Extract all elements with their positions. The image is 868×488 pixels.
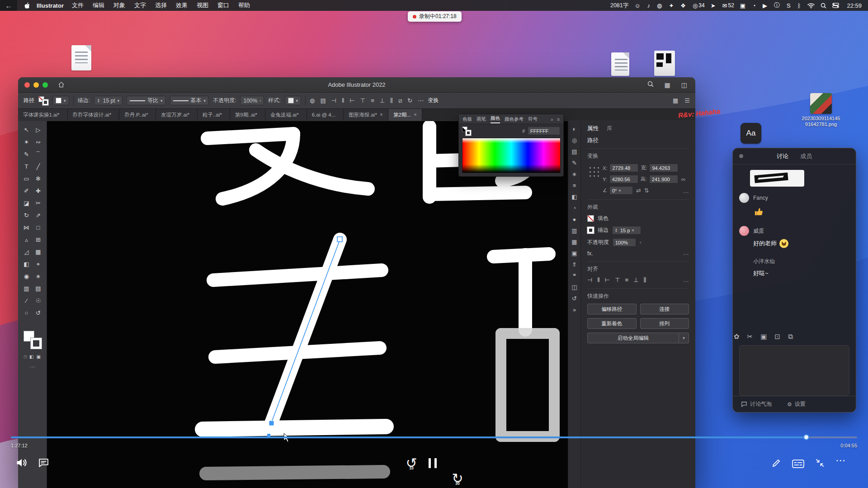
start-global-edit-button[interactable]: 启动全局编辑 xyxy=(587,333,679,343)
screen-share-icon[interactable]: ⊡ xyxy=(774,333,780,341)
pause-button[interactable] xyxy=(429,458,437,468)
mesh-tool[interactable]: ▦ xyxy=(33,246,44,258)
blend-tool[interactable]: ◉ xyxy=(21,270,33,282)
menubar-menu[interactable]: 编辑 xyxy=(93,1,104,9)
control-center-icon[interactable] xyxy=(832,3,839,8)
distribute-icon[interactable]: ⫼ xyxy=(643,277,646,284)
align-bottom-icon[interactable]: ⊥ xyxy=(633,277,638,284)
height-field[interactable]: 241.900 xyxy=(649,175,678,183)
curvature-tool[interactable]: ⌒ xyxy=(33,148,44,160)
document-setup-icon[interactable]: ▤ xyxy=(320,97,326,104)
emoji-status-icon[interactable]: ☺ xyxy=(634,1,641,9)
effects-label[interactable]: fx. xyxy=(587,250,593,257)
transform-more-options[interactable]: ⋯ xyxy=(683,189,689,196)
document-tab[interactable]: 第9期..ai* xyxy=(230,109,265,121)
global-edit-options-chevron[interactable]: ▾ xyxy=(679,333,689,343)
slice-tool[interactable]: ∕ xyxy=(21,295,33,307)
perspective-grid-tool[interactable]: ◿ xyxy=(21,246,33,258)
tab-properties[interactable]: 属性 xyxy=(587,125,599,132)
align-center-h-icon[interactable]: ⫴ xyxy=(597,277,599,284)
magic-wand-tool[interactable]: ✶ xyxy=(21,136,33,148)
fill-swatch[interactable] xyxy=(587,215,594,222)
shaper-tool[interactable]: ✚ xyxy=(33,185,44,197)
free-transform-tool[interactable]: □ xyxy=(33,221,44,234)
align-middle-icon[interactable]: ≡ xyxy=(625,277,628,284)
minimize-window-button[interactable] xyxy=(33,82,39,88)
tab-color-guide[interactable]: 颜色参考 xyxy=(505,116,524,122)
swatches-panel-icon[interactable]: ▤ xyxy=(571,148,577,155)
color-panel-fill-stroke[interactable] xyxy=(462,127,471,136)
width-profile-dropdown[interactable]: 等比▾ xyxy=(127,96,166,105)
screen-mirroring-status-icon[interactable]: ◔ xyxy=(752,1,757,9)
screen-mode-button[interactable]: ⋯ xyxy=(30,364,35,370)
libraries-panel-icon[interactable]: ◫ xyxy=(571,284,577,291)
align-middle-icon[interactable]: ≡ xyxy=(371,97,374,104)
bluetooth-status-icon[interactable]: ᛒ xyxy=(797,1,802,9)
opacity-field[interactable]: 100% xyxy=(613,238,636,247)
flip-horizontal-icon[interactable]: ⇄ xyxy=(636,187,641,194)
shape-builder-tool[interactable]: ⊞ xyxy=(33,234,44,246)
panel-overflow-icon[interactable]: » xyxy=(551,117,553,122)
keyboard-panel-button[interactable] xyxy=(792,460,804,468)
stroke-weight-field[interactable]: ▲▼15 pt▾ xyxy=(94,96,123,105)
menubar-menu[interactable]: 文字 xyxy=(134,1,146,9)
video-progress-bar[interactable] xyxy=(11,436,857,438)
comments-panel-icon[interactable]: ❝ xyxy=(573,272,576,279)
x-position-field[interactable]: 2729.48 xyxy=(609,164,638,172)
direct-selection-tool[interactable]: ▷ xyxy=(33,124,44,136)
avatar[interactable] xyxy=(739,226,749,236)
search-icon[interactable] xyxy=(647,81,654,89)
hand-tool[interactable]: ☉ xyxy=(33,295,44,307)
more-options-icon[interactable]: ⋯ xyxy=(418,97,424,104)
layers-panel-icon[interactable]: ▦ xyxy=(571,239,577,245)
symbols-panel-icon[interactable]: ∗ xyxy=(572,171,577,178)
collapse-dock-icon[interactable]: » xyxy=(573,306,576,313)
align-center-h-icon[interactable]: ⫴ xyxy=(342,97,344,104)
gradient-tool[interactable]: ◧ xyxy=(21,258,33,270)
desktop-grid-file-icon[interactable] xyxy=(654,51,675,76)
menubar-menu[interactable]: 效果 xyxy=(176,1,188,9)
tab-members[interactable]: 成员 xyxy=(800,152,812,160)
exit-fullscreen-button[interactable] xyxy=(815,458,825,468)
align-top-icon[interactable]: ⊤ xyxy=(615,277,620,284)
menubar-menu[interactable]: 对象 xyxy=(113,1,125,9)
danmaku-chat-button[interactable] xyxy=(38,457,49,469)
panel-menu-icon[interactable]: ☰ xyxy=(684,97,690,104)
word-count-status[interactable]: 2081字 xyxy=(610,2,628,9)
quick-action-button[interactable]: 排列 xyxy=(640,318,689,329)
more-options-button[interactable]: ⋯ xyxy=(835,455,846,466)
menubar-menu[interactable]: 文件 xyxy=(72,1,84,9)
appearance-panel-icon[interactable]: ● xyxy=(573,216,576,223)
scissors-tool[interactable]: ✂ xyxy=(33,197,44,209)
align-right-icon[interactable]: ⊢ xyxy=(349,97,354,104)
brushes-panel-icon[interactable]: ✎ xyxy=(572,160,577,166)
rotate-tool[interactable]: ↻ xyxy=(21,209,33,221)
fill-color-dropdown[interactable]: ▾ xyxy=(52,96,69,105)
quick-action-button[interactable]: 偏移路径 xyxy=(587,304,637,314)
window-title-bar[interactable]: Adobe Illustrator 2022 ▦ ◫ xyxy=(18,77,695,93)
document-tab[interactable]: 金兔送福.ai* xyxy=(265,109,307,121)
menubar-menu[interactable]: 窗口 xyxy=(217,1,229,9)
stroke-swatch[interactable] xyxy=(587,227,594,234)
panel-menu-icon[interactable]: ≡ xyxy=(557,117,560,122)
fill-stroke-proxy[interactable] xyxy=(38,96,48,105)
discussion-bubbles-toggle[interactable]: 讨论气泡 xyxy=(741,400,772,408)
history-panel-icon[interactable]: ↺ xyxy=(572,295,577,302)
mic-status-icon[interactable]: ♪ xyxy=(647,1,651,9)
tab-libraries[interactable]: 库 xyxy=(607,125,613,132)
avatar[interactable] xyxy=(739,256,749,266)
tab-color[interactable]: 颜色 xyxy=(491,115,500,123)
eraser-tool[interactable]: ◪ xyxy=(21,197,33,209)
document-tab[interactable]: 乔乔字体设计.ai* xyxy=(68,109,120,121)
align-bottom-icon[interactable]: ⊥ xyxy=(380,97,385,104)
stroke-panel-icon[interactable]: ≡ xyxy=(573,182,576,189)
align-more-options[interactable]: ⋯ xyxy=(683,278,689,285)
line-segment-tool[interactable]: ╱ xyxy=(33,160,44,173)
artboards-panel-icon[interactable]: ▣ xyxy=(571,250,577,257)
artboard-tool[interactable]: ▤ xyxy=(33,282,44,295)
align-top-icon[interactable]: ⊤ xyxy=(360,97,365,104)
compass-status-icon[interactable]: ✦ xyxy=(669,1,675,9)
back-button[interactable]: ← xyxy=(0,0,17,11)
drawing-mode-buttons[interactable]: □◧▣ xyxy=(24,354,41,359)
align-left-icon[interactable]: ⊣ xyxy=(587,277,592,284)
